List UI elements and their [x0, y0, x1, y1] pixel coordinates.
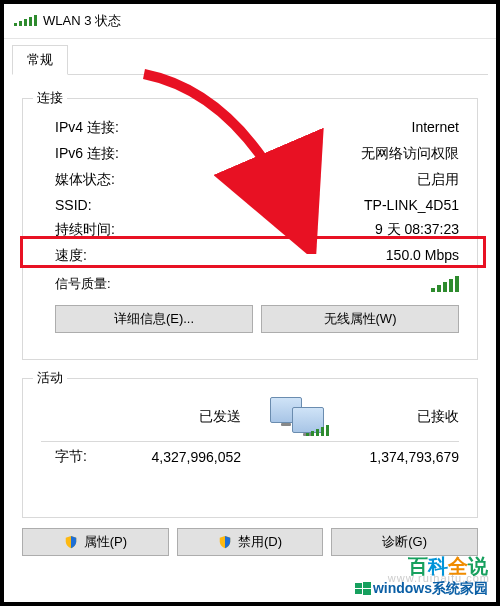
- branding-subtitle: windows系统家园: [373, 580, 488, 598]
- ipv4-value: Internet: [412, 119, 459, 137]
- bytes-label: 字节:: [23, 448, 125, 466]
- duration-value: 9 天 08:37:23: [375, 221, 459, 239]
- ssid-value: TP-LINK_4D51: [364, 197, 459, 213]
- shield-icon: [64, 535, 78, 549]
- svg-rect-1: [363, 582, 371, 588]
- details-button[interactable]: 详细信息(E)...: [55, 305, 253, 333]
- window-title: WLAN 3 状态: [43, 12, 121, 30]
- activity-monitors-icon: [270, 397, 326, 437]
- group-activity-legend: 活动: [33, 369, 67, 387]
- group-connection: 连接 IPv4 连接:Internet IPv6 连接:无网络访问权限 媒体状态…: [22, 98, 478, 360]
- tab-general[interactable]: 常规: [12, 45, 68, 75]
- svg-rect-3: [363, 589, 371, 595]
- group-activity: 活动 已发送 已接收 字节: 4,327,996,052 1,374,793,6…: [22, 378, 478, 518]
- svg-rect-0: [355, 583, 362, 588]
- title-bar: WLAN 3 状态: [4, 4, 496, 39]
- svg-rect-2: [355, 589, 362, 594]
- sent-header: 已发送: [125, 408, 253, 426]
- speed-value: 150.0 Mbps: [386, 247, 459, 265]
- group-connection-legend: 连接: [33, 89, 67, 107]
- bottom-button-row: 属性(P) 禁用(D) 诊断(G): [22, 528, 478, 556]
- speed-label: 速度:: [55, 247, 87, 265]
- branding-logo: 百科全说 windows系统家园: [355, 553, 488, 598]
- disable-button[interactable]: 禁用(D): [177, 528, 324, 556]
- windows-icon: [355, 581, 371, 597]
- wifi-icon: [14, 14, 37, 29]
- wireless-properties-button[interactable]: 无线属性(W): [261, 305, 459, 333]
- duration-label: 持续时间:: [55, 221, 115, 239]
- ipv6-value: 无网络访问权限: [361, 145, 459, 163]
- bytes-received: 1,374,793,679: [343, 449, 477, 465]
- ssid-label: SSID:: [55, 197, 92, 213]
- diagnose-button[interactable]: 诊断(G): [331, 528, 478, 556]
- signal-label: 信号质量:: [55, 275, 111, 293]
- signal-bars-icon: [431, 276, 459, 292]
- media-value: 已启用: [417, 171, 459, 189]
- bytes-sent: 4,327,996,052: [125, 449, 253, 465]
- ipv4-label: IPv4 连接:: [55, 119, 119, 137]
- properties-button[interactable]: 属性(P): [22, 528, 169, 556]
- shield-icon: [218, 535, 232, 549]
- media-label: 媒体状态:: [55, 171, 115, 189]
- branding-title: 百科全说: [408, 553, 488, 580]
- tab-strip: 常规: [4, 39, 496, 75]
- received-header: 已接收: [343, 408, 477, 426]
- ipv6-label: IPv6 连接:: [55, 145, 119, 163]
